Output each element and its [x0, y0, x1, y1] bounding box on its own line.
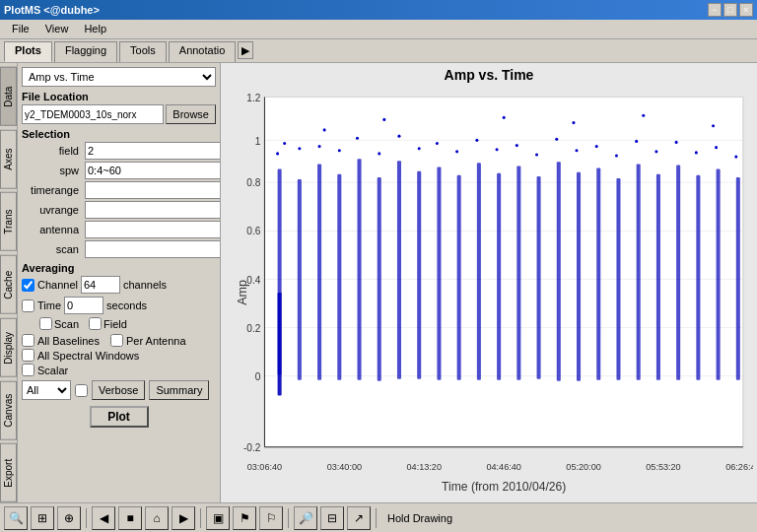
- verbose-button[interactable]: Verbose: [92, 380, 145, 400]
- averaging-label: Averaging: [22, 262, 216, 274]
- tab-tools[interactable]: Tools: [119, 41, 167, 62]
- menu-view[interactable]: View: [37, 22, 77, 36]
- svg-rect-35: [437, 167, 441, 380]
- side-tab-export[interactable]: Export: [0, 443, 17, 502]
- antenna-input[interactable]: [85, 221, 220, 238]
- side-tab-axes[interactable]: Axes: [0, 130, 17, 189]
- channel-input[interactable]: [81, 276, 120, 294]
- scan-input[interactable]: [85, 240, 220, 258]
- close-button[interactable]: ×: [739, 3, 753, 17]
- svg-text:05:53:20: 05:53:20: [646, 462, 680, 472]
- svg-point-56: [356, 137, 359, 140]
- side-tab-canvas[interactable]: Canvas: [0, 381, 17, 440]
- toolbar-separator-2: [200, 508, 201, 528]
- svg-text:-0.2: -0.2: [243, 442, 261, 453]
- all-baselines-checkbox[interactable]: [22, 334, 34, 347]
- svg-text:04:13:20: 04:13:20: [407, 462, 442, 472]
- field-avg-checkbox[interactable]: [89, 317, 102, 330]
- svg-text:03:06:40: 03:06:40: [247, 462, 282, 472]
- timerange-input[interactable]: [85, 181, 220, 199]
- svg-point-62: [475, 139, 478, 142]
- scan-avg-checkbox[interactable]: [39, 317, 52, 330]
- svg-point-69: [615, 154, 618, 157]
- side-tab-display[interactable]: Display: [0, 318, 17, 377]
- svg-point-74: [715, 146, 718, 149]
- plot-button[interactable]: Plot: [90, 406, 149, 428]
- channel-label: Channel: [37, 279, 78, 291]
- svg-rect-44: [616, 178, 620, 380]
- uvrange-input[interactable]: [85, 201, 220, 219]
- stop-button[interactable]: ■: [118, 506, 142, 530]
- spw-input[interactable]: [85, 162, 220, 179]
- time-checkbox[interactable]: [22, 299, 34, 312]
- svg-rect-31: [358, 159, 362, 380]
- svg-point-61: [455, 150, 458, 153]
- svg-rect-48: [696, 175, 700, 380]
- svg-point-57: [378, 152, 380, 155]
- svg-rect-42: [577, 172, 581, 381]
- svg-point-79: [712, 124, 715, 127]
- channel-checkbox[interactable]: [22, 279, 34, 292]
- bottom-toolbar: 🔍 ⊞ ⊕ ◀ ■ ⌂ ▶ ▣ ⚑ ⚐ 🔎 ⊟ ↗ Hold Drawing: [0, 502, 757, 532]
- svg-point-54: [318, 145, 321, 148]
- tab-plots[interactable]: Plots: [4, 41, 52, 62]
- minimize-button[interactable]: −: [708, 3, 722, 17]
- export-icon[interactable]: ↗: [347, 506, 371, 530]
- browse-button[interactable]: Browse: [166, 104, 216, 124]
- menu-help[interactable]: Help: [76, 22, 114, 36]
- plot-title: Amp vs. Time: [225, 67, 753, 83]
- print-icon[interactable]: ⊟: [320, 506, 344, 530]
- menu-file[interactable]: File: [4, 22, 37, 36]
- title-bar: PlotMS <@dubhe> − □ ×: [0, 0, 757, 20]
- select2-icon[interactable]: ▣: [206, 506, 230, 530]
- scalar-row: Scalar: [22, 364, 216, 376]
- zoom2-icon[interactable]: 🔎: [294, 506, 317, 530]
- locate-icon[interactable]: ⊕: [57, 506, 81, 530]
- svg-rect-30: [337, 174, 341, 380]
- svg-point-60: [436, 142, 439, 145]
- side-tab-data[interactable]: Data: [0, 67, 17, 126]
- scan-avg-label: Scan: [54, 318, 79, 330]
- svg-text:05:20:00: 05:20:00: [566, 462, 600, 472]
- file-input[interactable]: [22, 104, 164, 124]
- panel-content: Amp vs. Time Phase vs. Time Amp vs. Chan…: [18, 63, 220, 502]
- file-location-row: Browse: [22, 104, 216, 124]
- svg-text:1: 1: [255, 135, 261, 146]
- tab-flagging[interactable]: Flagging: [54, 41, 117, 62]
- home-button[interactable]: ⌂: [145, 506, 169, 530]
- svg-rect-49: [717, 169, 721, 380]
- unflag-icon[interactable]: ⚐: [259, 506, 283, 530]
- maximize-button[interactable]: □: [723, 3, 737, 17]
- scalar-checkbox[interactable]: [22, 364, 34, 376]
- flag-icon[interactable]: ⚑: [233, 506, 256, 530]
- svg-point-64: [516, 144, 518, 147]
- plot-type-dropdown[interactable]: Amp vs. Time Phase vs. Time Amp vs. Chan…: [22, 67, 216, 87]
- svg-text:03:40:00: 03:40:00: [327, 462, 362, 472]
- summary-button[interactable]: Summary: [149, 380, 209, 400]
- per-antenna-checkbox[interactable]: [110, 334, 123, 347]
- field-input[interactable]: [85, 142, 220, 160]
- prev-button[interactable]: ◀: [92, 506, 115, 530]
- side-tab-trans[interactable]: Trans: [0, 192, 17, 251]
- next-button[interactable]: ▶: [172, 506, 195, 530]
- svg-point-76: [503, 116, 506, 119]
- svg-rect-43: [596, 168, 600, 380]
- all-spectral-checkbox[interactable]: [22, 349, 34, 362]
- time-row: Time seconds: [22, 297, 216, 314]
- field-label: field: [22, 145, 83, 157]
- all-dropdown[interactable]: All: [22, 380, 71, 400]
- all-spectral-label: All Spectral Windows: [37, 350, 139, 362]
- scan-check-row: Scan: [39, 317, 79, 330]
- tab-annotations[interactable]: Annotatio: [169, 41, 236, 62]
- verbose-checkbox[interactable]: [75, 384, 88, 397]
- time-input[interactable]: [64, 297, 103, 314]
- side-tab-cache[interactable]: Cache: [0, 255, 17, 314]
- select-rect-icon[interactable]: ⊞: [31, 506, 54, 530]
- toolbar-separator-3: [288, 508, 289, 528]
- scan-field-row: Scan Field: [39, 317, 216, 330]
- zoom-icon[interactable]: 🔍: [4, 506, 28, 530]
- svg-rect-45: [637, 164, 641, 379]
- tab-arrow[interactable]: ▶: [238, 41, 253, 59]
- all-row: All Verbose Summary: [22, 380, 216, 400]
- scalar-label: Scalar: [37, 365, 68, 376]
